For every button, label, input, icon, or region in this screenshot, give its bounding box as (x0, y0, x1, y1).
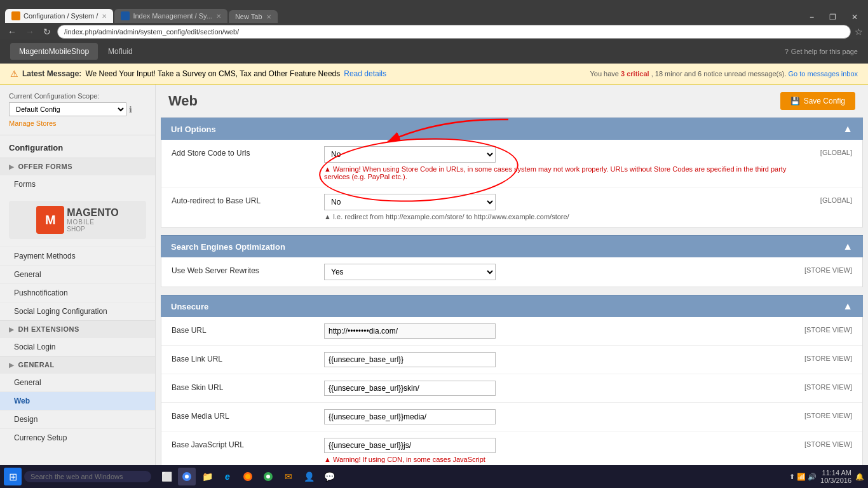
base-media-url-input[interactable] (324, 409, 496, 424)
start-button[interactable]: ⊞ (4, 468, 22, 485)
sidebar-item-social-loging[interactable]: Social Loging Configuration (0, 302, 155, 320)
sidebar-title: Configuration (0, 135, 155, 158)
chrome-icon[interactable] (178, 468, 196, 485)
forward-button[interactable]: → (23, 25, 37, 38)
taskbar: ⊞ ⬜ 📁 e ✉ 👤 💬 ⬆ 📶 🔊 11:14 AM 10/3/2016 🔔 (0, 465, 868, 486)
ie-icon[interactable]: e (219, 468, 236, 485)
top-nav: MagentoMobileShop Mofluid ? Get help for… (0, 39, 868, 64)
files-icon[interactable]: 📁 (198, 468, 216, 485)
config-row-base-skin-url: Base Skin URL [STORE VIEW] (161, 374, 862, 403)
sidebar-item-web[interactable]: Web (0, 391, 155, 410)
taskbar-search[interactable] (24, 471, 151, 482)
notification-icon[interactable]: 🔔 (855, 473, 864, 481)
browser-chrome: Configuration / System / ✕ Index Managem… (0, 0, 868, 39)
config-row-add-store-code: Add Store Code to Urls (161, 140, 862, 187)
people-icon[interactable]: 👤 (300, 468, 318, 485)
nav-item-mofluid[interactable]: Mofluid (99, 43, 142, 60)
mail-icon[interactable]: ✉ (280, 468, 297, 485)
base-js-url-input[interactable] (324, 438, 496, 453)
taskview-icon[interactable]: ⬜ (158, 468, 175, 485)
sidebar-item-pushnotification[interactable]: Pushnotification (0, 283, 155, 302)
sidebar-item-general-1[interactable]: General (0, 265, 155, 283)
js-warning-icon: ▲ (324, 456, 333, 463)
back-button[interactable]: ← (5, 25, 19, 38)
tab-close-3[interactable]: ✕ (266, 13, 271, 20)
firefox-icon[interactable] (239, 468, 257, 485)
dh-extensions-label: DH EXTENSIONS (18, 325, 79, 333)
auto-redirect-info: ▲ I.e. redirect from http://example.com/… (324, 213, 811, 220)
sidebar-group-general[interactable]: ▶ GENERAL (0, 356, 155, 373)
go-messages-link[interactable]: Go to messages inbox (789, 70, 858, 78)
sidebar-item-currency-setup[interactable]: Currency Setup (0, 428, 155, 447)
tab-favicon-2 (121, 11, 130, 20)
offer-forms-arrow: ▶ (9, 163, 15, 170)
config-row-base-url: Base URL [STORE VIEW] (161, 317, 862, 346)
chrome-icon-2[interactable] (259, 468, 277, 485)
base-media-url-scope: [STORE VIEW] (804, 409, 852, 419)
read-details-link[interactable]: Read details (344, 69, 386, 78)
unsecure-header[interactable]: Unsecure ▲ (161, 295, 863, 317)
scope-label: Current Configuration Scope: (9, 92, 146, 100)
sidebar-item-social-login[interactable]: Social Login (0, 337, 155, 356)
url-options-header[interactable]: Url Options ▲ (161, 118, 863, 140)
browser-tab-2[interactable]: Index Management / Sy... ✕ (114, 9, 227, 23)
sidebar-item-design[interactable]: Design (0, 410, 155, 428)
sidebar-item-forms[interactable]: Forms (0, 175, 155, 193)
save-config-button[interactable]: 💾 Save Config (780, 92, 855, 110)
bookmark-icon[interactable]: ☆ (855, 27, 863, 37)
sidebar-group-dh-extensions[interactable]: ▶ DH EXTENSIONS (0, 320, 155, 337)
browser-tab-3[interactable]: New Tab ✕ (229, 10, 278, 23)
general-arrow: ▶ (9, 362, 15, 369)
close-button[interactable]: ✕ (846, 11, 863, 23)
scope-info-icon[interactable]: ℹ (129, 105, 132, 114)
sidebar-group-offer-forms[interactable]: ▶ OFFER FORMS (0, 158, 155, 175)
address-bar[interactable] (57, 25, 851, 39)
tab-close-2[interactable]: ✕ (216, 13, 221, 20)
svg-point-6 (266, 475, 270, 478)
auto-redirect-select[interactable]: No Yes (324, 194, 496, 210)
maximize-button[interactable]: ❐ (824, 11, 841, 23)
tab-close-1[interactable]: ✕ (102, 13, 107, 20)
sidebar-item-general-2[interactable]: General (0, 373, 155, 391)
base-media-url-value (324, 409, 796, 424)
latest-label: Latest Message: (22, 69, 81, 78)
messages-bar: ⚠ Latest Message: We Need Your Input! Ta… (0, 64, 868, 85)
base-url-scope: [STORE VIEW] (804, 323, 852, 334)
add-store-code-warning: ▲ Warning! When using Store Code in URLs… (324, 165, 811, 180)
add-store-code-value: No Yes ▲ Warning! When using Store Code … (324, 146, 811, 180)
unsecure-collapse[interactable]: ▲ (843, 301, 853, 312)
tab-label-2: Index Management / Sy... (133, 12, 212, 20)
manage-stores-link[interactable]: Manage Stores (9, 119, 146, 127)
chat-icon[interactable]: 💬 (320, 468, 338, 485)
url-options-collapse[interactable]: ▲ (843, 123, 853, 135)
magento-m-icon: M (36, 206, 64, 234)
scope-select[interactable]: Default Config (9, 102, 126, 116)
section-url-options: Url Options ▲ Add Store Code to Urls (161, 118, 863, 227)
base-link-url-input[interactable] (324, 352, 496, 367)
base-link-url-value (324, 352, 796, 367)
seo-body: Use Web Server Rewrites Yes No [STORE VI… (161, 257, 863, 287)
general-label: GENERAL (18, 361, 55, 369)
seo-collapse[interactable]: ▲ (843, 241, 853, 252)
base-media-url-label: Base Media URL (172, 409, 324, 421)
content-area: Web 💾 Save Config Url Options ▲ Add Stor… (156, 85, 868, 486)
add-store-code-select[interactable]: No Yes (324, 146, 496, 163)
config-row-base-link-url: Base Link URL [STORE VIEW] (161, 346, 862, 374)
minimize-button[interactable]: − (804, 11, 819, 23)
seo-header[interactable]: Search Engines Optimization ▲ (161, 235, 863, 257)
web-rewrites-select[interactable]: Yes No (324, 264, 496, 280)
add-store-code-scope: [GLOBAL] (820, 146, 852, 156)
sidebar-item-payment-methods[interactable]: Payment Methods (0, 247, 155, 265)
help-icon: ? (785, 48, 789, 55)
magento-text: MAGENTO MOBILE SHOP (67, 207, 118, 233)
help-button[interactable]: ? Get help for this page (785, 48, 858, 55)
base-skin-url-input[interactable] (324, 381, 496, 396)
reload-button[interactable]: ↻ (41, 25, 53, 38)
base-url-input[interactable] (324, 323, 496, 339)
unsecure-body: Base URL [STORE VIEW] Base Link URL [STO… (161, 317, 863, 470)
browser-tab-1[interactable]: Configuration / System / ✕ (5, 9, 113, 23)
content-wrapper: Url Options ▲ Add Store Code to Urls (156, 118, 868, 486)
content-header: Web 💾 Save Config (156, 85, 868, 118)
nav-item-magento[interactable]: MagentoMobileShop (10, 43, 98, 60)
warning-icon: ⚠ (10, 69, 18, 79)
